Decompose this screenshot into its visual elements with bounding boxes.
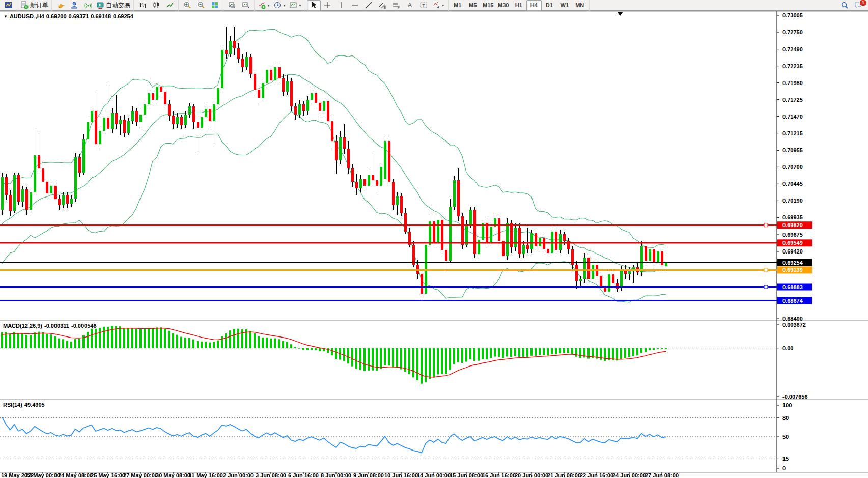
auto-arrange-icon — [228, 1, 236, 9]
profile-icon — [70, 1, 78, 9]
timeframe-m1[interactable]: M1 — [450, 0, 465, 11]
timeframe-mn[interactable]: MN — [572, 0, 587, 11]
timeframe-w1[interactable]: W1 — [557, 0, 572, 11]
bear-candle — [555, 232, 557, 250]
bear-candle — [461, 216, 464, 245]
macd-histogram-bar — [632, 348, 634, 356]
horizontal-line-button[interactable] — [348, 0, 362, 11]
arrows-icon — [432, 1, 440, 9]
macd-histogram-bar — [225, 333, 227, 348]
zoom-in-button[interactable] — [180, 0, 194, 11]
line-handle[interactable] — [764, 285, 768, 289]
zoom-out-button[interactable] — [194, 0, 208, 11]
bull-candle — [620, 269, 623, 289]
history-icon — [57, 1, 65, 9]
bull-candle — [339, 137, 342, 160]
rsi-value: 49.4905 — [24, 402, 45, 408]
macd-histogram-bar — [180, 337, 182, 348]
macd-histogram-bar — [298, 348, 300, 349]
bull-candle — [119, 120, 122, 124]
bar-chart-button[interactable] — [135, 0, 149, 11]
rsi-tick-label: 100 — [782, 402, 792, 408]
collapse-icon[interactable]: ▼ — [4, 14, 8, 19]
line-handle[interactable] — [764, 268, 768, 272]
bull-candle — [91, 111, 93, 122]
profile-button[interactable] — [67, 0, 81, 11]
cursor-button[interactable] — [307, 0, 321, 11]
signals-button[interactable] — [81, 0, 95, 11]
chart-title: ▼AUDUSD-,H40.692000.693710.691480.69254 — [4, 13, 135, 19]
bull-candle — [205, 109, 207, 117]
macd-histogram-bar — [5, 332, 7, 348]
tile-windows-icon — [211, 1, 219, 9]
tile-windows-button[interactable] — [208, 0, 221, 11]
macd-histogram-bar — [636, 348, 638, 356]
terminal-icon[interactable] — [2, 0, 15, 11]
bull-candle — [628, 271, 631, 274]
search-button[interactable] — [837, 0, 851, 11]
periods-button[interactable]: ▼ — [272, 0, 288, 11]
dropdown-arrow-icon[interactable]: ▼ — [441, 4, 445, 7]
bull-candle — [188, 106, 191, 115]
notifications-button[interactable]: 1 — [851, 0, 865, 11]
bear-candle — [653, 249, 655, 262]
macd-histogram-bar — [262, 338, 264, 348]
arrows-button[interactable]: ▼ — [431, 0, 446, 11]
bear-candle — [445, 250, 447, 261]
signals-icon — [84, 1, 92, 9]
macd-main-value: -0.000311 — [44, 323, 69, 329]
timeframe-m5[interactable]: M5 — [465, 0, 481, 11]
crosshair-button[interactable] — [321, 0, 334, 11]
bull-candle — [30, 192, 32, 210]
auto-arrange-button[interactable] — [225, 0, 239, 11]
macd-histogram-bar — [66, 341, 68, 348]
macd-histogram-bar — [612, 348, 614, 360]
trendline-button[interactable] — [362, 0, 376, 11]
macd-histogram-bar — [213, 342, 215, 348]
timeframe-h4[interactable]: H4 — [526, 0, 542, 11]
macd-histogram-bar — [416, 348, 418, 380]
bull-candle — [127, 121, 130, 133]
text-button[interactable]: A — [403, 0, 417, 11]
chart-shift-marker[interactable] — [618, 12, 623, 16]
macd-histogram-bar — [233, 329, 235, 348]
indicators-button[interactable]: ▼ — [256, 0, 272, 11]
bull-candle — [274, 67, 276, 80]
macd-histogram-bar — [270, 339, 272, 348]
macd-histogram-bar — [437, 348, 439, 375]
price-tick-label: 0.68400 — [782, 316, 803, 322]
timeframe-m15[interactable]: M15 — [481, 0, 496, 11]
templates-button[interactable]: ▼ — [288, 0, 303, 11]
macd-histogram-bar — [286, 342, 288, 348]
vertical-line-button[interactable] — [334, 0, 348, 11]
dropdown-arrow-icon[interactable]: ▼ — [298, 4, 302, 7]
line-chart-button[interactable] — [163, 0, 177, 11]
dropdown-arrow-icon[interactable]: ▼ — [283, 4, 286, 7]
bull-candle — [184, 115, 187, 125]
candlestick-chart-button[interactable] — [149, 0, 163, 11]
candle-chart-icon — [152, 1, 160, 9]
text-label-button[interactable]: T — [417, 0, 431, 11]
timeframe-m30[interactable]: M30 — [496, 0, 511, 11]
macd-histogram-bar — [506, 348, 508, 357]
bear-candle — [372, 175, 374, 180]
timeframe-h1[interactable]: H1 — [511, 0, 526, 11]
line-handle[interactable] — [764, 223, 768, 227]
macd-histogram-bar — [355, 348, 357, 369]
fibonacci-button[interactable]: F — [389, 0, 403, 11]
dropdown-arrow-icon[interactable]: ▼ — [267, 4, 270, 7]
macd-histogram-bar — [209, 343, 211, 348]
track-chart-button[interactable] — [239, 0, 253, 11]
history-button[interactable] — [53, 0, 67, 11]
macd-histogram-bar — [555, 348, 557, 355]
auto-trading-button[interactable]: 自动交易 — [95, 0, 132, 11]
new-order-button[interactable]: 新订单 — [19, 0, 50, 11]
bear-candle — [412, 245, 415, 265]
equidistant-channel-button[interactable]: E — [376, 0, 389, 11]
macd-histogram-bar — [266, 338, 268, 348]
bull-candle — [221, 50, 223, 88]
timeframe-d1[interactable]: D1 — [542, 0, 557, 11]
macd-tick-label: 0.00 — [782, 345, 793, 351]
macd-histogram-bar — [139, 329, 142, 348]
macd-histogram-bar — [42, 332, 44, 348]
